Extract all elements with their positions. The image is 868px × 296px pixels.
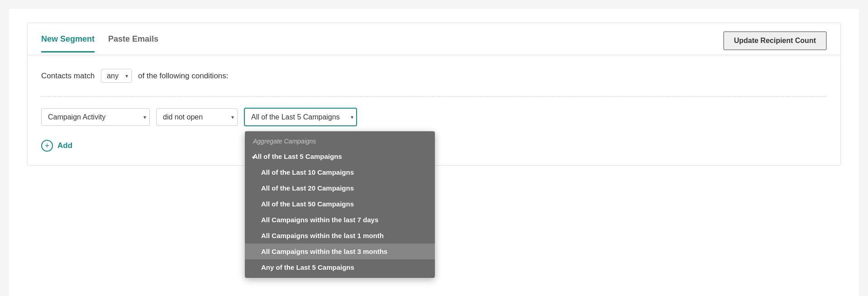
any-select-wrapper[interactable]: any all [101, 69, 132, 83]
content-area: Contacts match any all of the following … [28, 55, 840, 165]
dropdown-item-0[interactable]: All of the Last 5 Campaigns [245, 148, 435, 164]
conditions-suffix-label: of the following conditions: [138, 72, 228, 81]
tabs-left: New Segment Paste Emails [41, 34, 158, 52]
add-label: Add [57, 141, 72, 150]
add-icon: + [41, 140, 53, 152]
page-container: New Segment Paste Emails Update Recipien… [9, 9, 859, 296]
contacts-match-label: Contacts match [41, 72, 95, 81]
dropdown-section-label: Aggregate Campaigns [245, 134, 435, 148]
tab-paste-emails[interactable]: Paste Emails [108, 34, 158, 53]
update-recipient-count-button[interactable]: Update Recipient Count [723, 31, 827, 50]
third-select[interactable]: All of the Last 5 Campaigns [244, 108, 357, 126]
third-select-wrapper[interactable]: All of the Last 5 Campaigns [244, 108, 357, 126]
campaigns-dropdown: Aggregate Campaigns All of the Last 5 Ca… [245, 131, 435, 278]
contacts-row: Contacts match any all of the following … [41, 69, 827, 83]
action-select[interactable]: did not open [156, 108, 238, 126]
dropdown-item-7[interactable]: Any of the Last 5 Campaigns [245, 259, 435, 275]
tabs-header: New Segment Paste Emails Update Recipien… [28, 23, 840, 55]
dropdown-item-1[interactable]: All of the Last 10 Campaigns [245, 164, 435, 180]
campaign-activity-select[interactable]: Campaign Activity [41, 108, 150, 126]
campaign-activity-wrapper[interactable]: Campaign Activity [41, 108, 150, 126]
tab-new-segment[interactable]: New Segment [41, 34, 95, 53]
dropdown-item-3[interactable]: All of the Last 50 Campaigns [245, 196, 435, 212]
any-select[interactable]: any all [101, 69, 132, 83]
action-select-wrapper[interactable]: did not open [156, 108, 238, 126]
condition-row: Campaign Activity did not open All of th… [41, 108, 827, 126]
dropdown-item-5[interactable]: All Campaigns within the last 1 month [245, 228, 435, 243]
main-panel: New Segment Paste Emails Update Recipien… [27, 23, 841, 166]
dropdown-item-2[interactable]: All of the Last 20 Campaigns [245, 180, 435, 196]
dropdown-item-4[interactable]: All Campaigns within the last 7 days [245, 212, 435, 228]
divider [41, 96, 827, 97]
dropdown-item-6[interactable]: All Campaigns within the last 3 months [245, 243, 435, 259]
